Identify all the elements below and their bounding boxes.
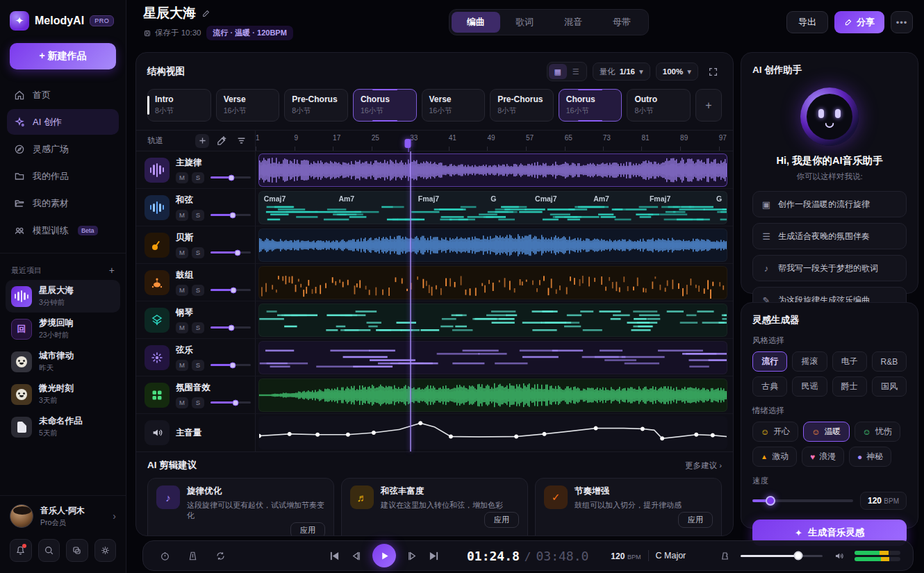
strings-clip[interactable] <box>258 341 727 374</box>
solo-button[interactable]: S <box>192 360 204 371</box>
more-suggestions-link[interactable]: 更多建议 › <box>685 460 722 471</box>
mute-button[interactable]: M <box>176 360 188 371</box>
skip-end-icon[interactable] <box>429 551 439 561</box>
tab-mix[interactable]: 混音 <box>549 12 597 33</box>
solo-button[interactable]: S <box>192 172 204 183</box>
tempo-slider[interactable] <box>752 499 853 502</box>
recent-project-item[interactable]: 回 梦境回响23小时前 <box>6 313 120 345</box>
bass-clip[interactable] <box>258 229 727 262</box>
share-button[interactable]: 分享 <box>834 11 884 33</box>
suggestion-card-chords[interactable]: ♬ 和弦丰富度 建议在这里加入转位和弦，增加色彩 应用 <box>341 478 528 536</box>
solo-button[interactable]: S <box>192 210 204 221</box>
mood-chip-romantic[interactable]: ♥浪漫 <box>802 447 844 467</box>
mute-button[interactable]: M <box>176 172 188 183</box>
more-options-button[interactable]: ••• <box>891 11 913 33</box>
style-chip-jazz[interactable]: 爵士 <box>832 376 867 397</box>
recent-project-item[interactable]: 未命名作品5天前 <box>6 410 120 443</box>
search-button[interactable] <box>38 539 60 562</box>
style-chip-electronic[interactable]: 电子 <box>832 351 867 372</box>
solo-button[interactable]: S <box>192 322 204 333</box>
suggestion-card-melody[interactable]: ♪ 旋律优化 这段旋律可以更有起伏，试试增加节奏变化 应用 <box>147 478 334 536</box>
recent-project-item[interactable]: 微光时刻3天前 <box>6 378 120 410</box>
export-button[interactable]: 导出 <box>786 11 828 33</box>
prev-icon[interactable] <box>351 551 361 561</box>
play-button[interactable] <box>372 544 396 567</box>
prompt-suggestion[interactable]: ♪帮我写一段关于梦想的歌词 <box>752 255 907 281</box>
section-verse[interactable]: Verse16小节 <box>216 89 280 122</box>
zoom-dropdown[interactable]: 100%▾ <box>656 63 698 81</box>
copy-button[interactable] <box>66 539 88 562</box>
grid-view-icon[interactable]: ▦ <box>549 64 567 79</box>
magic-wand-icon[interactable] <box>215 134 229 148</box>
drums-clip[interactable] <box>258 266 727 299</box>
notifications-button[interactable] <box>10 539 32 562</box>
mood-chip-sad[interactable]: ☺忧伤 <box>855 422 900 442</box>
style-chip-chinese[interactable]: 国风 <box>872 376 907 397</box>
tab-arrange[interactable]: 编曲 <box>452 12 500 33</box>
apply-button[interactable]: 应用 <box>484 512 519 528</box>
playhead-pin[interactable] <box>405 139 411 148</box>
metronome-toggle-button[interactable] <box>716 547 734 565</box>
mood-chip-excited[interactable]: ▲激动 <box>752 447 797 467</box>
volume-slider[interactable] <box>211 401 251 404</box>
recent-project-item[interactable]: 城市律动昨天 <box>6 345 120 378</box>
recent-project-item[interactable]: 星辰大海3分钟前 <box>6 280 120 313</box>
sidebar-item-inspiration[interactable]: 灵感广场 <box>7 136 119 162</box>
prompt-suggestion[interactable]: ▣创作一段温暖的流行旋律 <box>752 191 907 217</box>
solo-button[interactable]: S <box>192 247 204 258</box>
sidebar-item-ai-create[interactable]: AI 创作 <box>7 109 119 135</box>
sidebar-item-my-works[interactable]: 我的作品 <box>7 163 119 189</box>
playback-slider[interactable] <box>741 555 823 557</box>
section-prechorus[interactable]: Pre-Chorus8小节 <box>284 89 348 122</box>
ambient-clip[interactable] <box>258 379 727 412</box>
quantize-dropdown[interactable]: 量化1/16▾ <box>593 63 650 81</box>
melody-clip[interactable] <box>258 153 727 187</box>
timer-button[interactable] <box>156 547 174 565</box>
piano-clip[interactable] <box>258 304 727 337</box>
mood-chip-warm[interactable]: ☺温暖 <box>803 422 849 442</box>
section-intro[interactable]: Intro8小节 <box>147 89 211 122</box>
section-prechorus[interactable]: Pre-Chorus8小节 <box>490 89 554 122</box>
volume-icon[interactable] <box>830 547 848 565</box>
mood-chip-mysterious[interactable]: ●神秘 <box>849 447 891 467</box>
volume-slider[interactable] <box>211 214 251 216</box>
volume-slider[interactable] <box>211 176 251 178</box>
style-chip-rock[interactable]: 摇滚 <box>792 351 827 372</box>
sidebar-item-home[interactable]: 首页 <box>7 82 119 108</box>
apply-button[interactable]: 应用 <box>678 512 713 528</box>
section-verse[interactable]: Verse16小节 <box>422 89 486 122</box>
sidebar-item-model-training[interactable]: 模型训练 Beta <box>7 217 119 243</box>
add-recent-project-button[interactable]: + <box>109 265 115 276</box>
skip-start-icon[interactable] <box>329 551 340 561</box>
apply-button[interactable]: 应用 <box>290 522 325 536</box>
loop-button[interactable] <box>211 547 229 565</box>
volume-slider[interactable] <box>211 289 251 291</box>
user-profile[interactable]: 音乐人-阿木 Pro会员 › <box>0 495 126 536</box>
mute-button[interactable]: M <box>176 322 188 333</box>
tab-master[interactable]: 母带 <box>597 12 646 33</box>
metronome-button[interactable] <box>183 547 201 565</box>
volume-slider[interactable] <box>211 364 251 366</box>
add-track-button[interactable] <box>195 134 209 148</box>
section-chorus[interactable]: Chorus16小节 <box>353 89 417 122</box>
chords-clip[interactable]: Cmaj7 Am7 Fmaj7 G Cmaj7 Am7 Fmaj7 G <box>258 191 727 224</box>
mute-button[interactable]: M <box>176 285 188 296</box>
style-chip-classical[interactable]: 古典 <box>752 376 787 397</box>
fullscreen-button[interactable] <box>704 63 722 81</box>
next-icon[interactable] <box>407 551 418 561</box>
volume-slider[interactable] <box>211 251 251 254</box>
mute-button[interactable]: M <box>176 397 188 408</box>
mood-chip-happy[interactable]: ☺开心 <box>752 422 798 442</box>
solo-button[interactable]: S <box>192 285 204 296</box>
style-chip-folk[interactable]: 民谣 <box>792 376 827 397</box>
section-chorus[interactable]: Chorus16小节 <box>559 89 622 122</box>
style-chip-pop[interactable]: 流行 <box>752 351 787 372</box>
master-volume-automation[interactable] <box>258 416 727 449</box>
add-section-button[interactable]: + <box>695 89 722 122</box>
tab-lyrics[interactable]: 歌词 <box>500 12 549 33</box>
edit-title-icon[interactable] <box>201 9 211 18</box>
prompt-suggestion[interactable]: ☰生成适合夜晚的氛围伴奏 <box>752 223 907 249</box>
bar-ruler[interactable]: 1 9 17 25 33 41 49 57 65 73 81 89 97 <box>256 131 727 151</box>
new-project-button[interactable]: + 新建作品 <box>10 43 116 69</box>
settings-button[interactable] <box>94 539 117 562</box>
